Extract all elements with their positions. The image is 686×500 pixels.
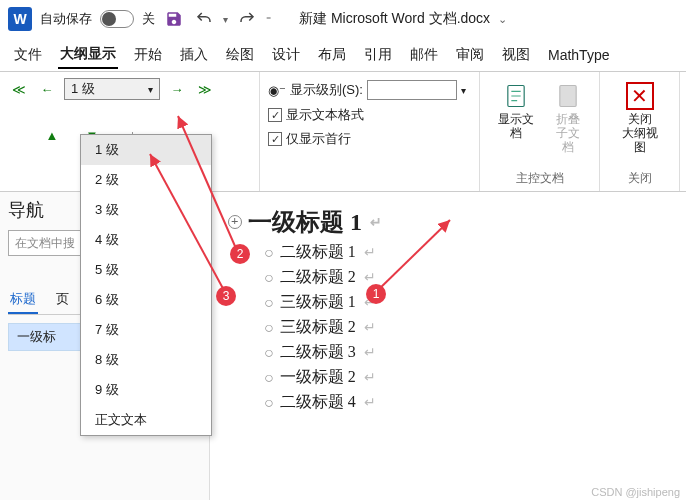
show-level-input[interactable]: [367, 80, 457, 100]
show-format-label: 显示文本格式: [286, 106, 364, 124]
menu-bar: 文件 大纲显示 开始 插入 绘图 设计 布局 引用 邮件 审阅 视图 MathT…: [0, 38, 686, 72]
show-format-checkbox[interactable]: ✓: [268, 108, 282, 122]
dropdown-item[interactable]: 1 级: [81, 135, 211, 165]
menu-review[interactable]: 审阅: [454, 42, 486, 68]
menu-file[interactable]: 文件: [12, 42, 44, 68]
heading-1: 一级标题 1: [248, 206, 362, 238]
menu-home[interactable]: 开始: [132, 42, 164, 68]
chevron-down-icon[interactable]: ▾: [461, 85, 466, 96]
annotation-3: 3: [216, 286, 236, 306]
dropdown-item[interactable]: 4 级: [81, 225, 211, 255]
menu-mathtype[interactable]: MathType: [546, 43, 611, 67]
dropdown-item[interactable]: 正文文本: [81, 405, 211, 435]
bullet-icon: ○: [264, 369, 274, 387]
dropdown-item[interactable]: 3 级: [81, 195, 211, 225]
group-close-label: 关闭: [608, 170, 671, 187]
menu-draw[interactable]: 绘图: [224, 42, 256, 68]
show-level-label: 显示级别(S):: [290, 81, 363, 99]
move-up-button[interactable]: ▲: [41, 124, 63, 146]
show-document-button[interactable]: 显示文档: [488, 78, 545, 158]
watermark: CSDN @jishipeng: [591, 486, 680, 498]
annotation-1: 1: [366, 284, 386, 304]
heading-item: 三级标题 2: [280, 317, 356, 338]
nav-tab-pages[interactable]: 页: [54, 286, 71, 314]
annotation-2: 2: [230, 244, 250, 264]
dropdown-item[interactable]: 9 级: [81, 375, 211, 405]
dropdown-item[interactable]: 2 级: [81, 165, 211, 195]
bullet-icon: ○: [264, 244, 274, 262]
level-select[interactable]: 1 级 ▾: [64, 78, 160, 100]
bullet-icon: ○: [264, 269, 274, 287]
undo-button[interactable]: [193, 8, 215, 30]
dropdown-item[interactable]: 8 级: [81, 345, 211, 375]
bullet-icon: ○: [264, 319, 274, 337]
doc-title-dropdown[interactable]: ⌄: [498, 13, 507, 26]
promote-to-top-button[interactable]: ≪: [8, 78, 30, 100]
menu-mailings[interactable]: 邮件: [408, 42, 440, 68]
collapse-subdoc-button[interactable]: 折叠 子文档: [545, 78, 591, 158]
autosave-state: 关: [142, 10, 155, 28]
menu-layout[interactable]: 布局: [316, 42, 348, 68]
promote-button[interactable]: ←: [36, 78, 58, 100]
undo-dropdown[interactable]: ▾: [223, 14, 228, 25]
bullet-icon: ○: [264, 344, 274, 362]
svg-rect-1: [560, 86, 576, 107]
close-outline-button[interactable]: ✕ 关闭 大纲视图: [608, 78, 671, 158]
heading-item: 二级标题 2: [280, 267, 356, 288]
menu-insert[interactable]: 插入: [178, 42, 210, 68]
demote-to-body-button[interactable]: ≫: [194, 78, 216, 100]
heading-item: 二级标题 3: [280, 342, 356, 363]
close-icon: ✕: [626, 82, 654, 110]
heading-item: 三级标题 1: [280, 292, 356, 313]
menu-references[interactable]: 引用: [362, 42, 394, 68]
document-area[interactable]: 一级标题 1↵ ○二级标题 1↵ ○二级标题 2↵ ○三级标题 1↵ ○三级标题…: [210, 192, 686, 500]
demote-button[interactable]: →: [166, 78, 188, 100]
bullet-icon: ○: [264, 294, 274, 312]
only-first-line-label: 仅显示首行: [286, 130, 351, 148]
heading-item: 一级标题 2: [280, 367, 356, 388]
autosave-toggle[interactable]: [100, 10, 134, 28]
group-master-label: 主控文档: [488, 170, 591, 187]
dropdown-item[interactable]: 5 级: [81, 255, 211, 285]
menu-outline[interactable]: 大纲显示: [58, 41, 118, 69]
qat-more[interactable]: ⁼: [266, 14, 271, 25]
chevron-down-icon: ▾: [148, 84, 153, 95]
menu-view[interactable]: 视图: [500, 42, 532, 68]
nav-tab-headings[interactable]: 标题: [8, 286, 38, 314]
only-first-line-checkbox[interactable]: ✓: [268, 132, 282, 146]
expand-icon[interactable]: [228, 215, 242, 229]
level-select-value: 1 级: [71, 80, 95, 98]
document-title: 新建 Microsoft Word 文档.docx: [299, 10, 490, 28]
menu-design[interactable]: 设计: [270, 42, 302, 68]
heading-item: 二级标题 4: [280, 392, 356, 413]
redo-button[interactable]: [236, 8, 258, 30]
dropdown-item[interactable]: 7 级: [81, 315, 211, 345]
bullet-icon: ○: [264, 394, 274, 412]
eye-icon: ◉⁻: [268, 83, 286, 98]
dropdown-item[interactable]: 6 级: [81, 285, 211, 315]
level-dropdown: 1 级 2 级 3 级 4 级 5 级 6 级 7 级 8 级 9 级 正文文本: [80, 134, 212, 436]
heading-item: 二级标题 1: [280, 242, 356, 263]
word-app-icon: W: [8, 7, 32, 31]
autosave-label: 自动保存: [40, 10, 92, 28]
nav-title: 导航: [8, 198, 44, 222]
save-button[interactable]: [163, 8, 185, 30]
